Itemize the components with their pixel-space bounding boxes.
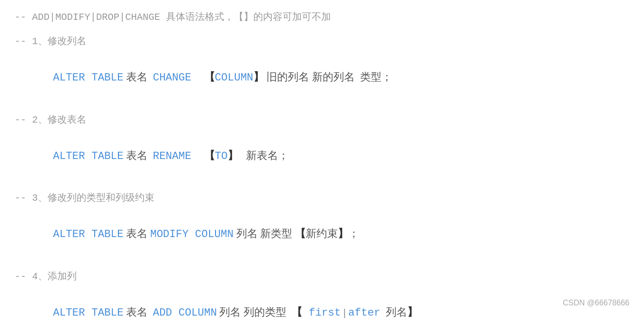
text-colname-after: 列名	[380, 306, 407, 318]
section-1-comment: -- 1、修改列名	[15, 34, 629, 49]
section-2-code: ALTER TABLE 表名 RENAME 【TO】 新表名；	[15, 130, 629, 182]
keyword-after: after	[348, 307, 380, 319]
header-comment: -- ADD|MODIFY|DROP|CHANGE 具体语法格式，【】的内容可加…	[15, 10, 629, 25]
section-3-code: ALTER TABLE 表名 MODIFY COLUMN 列名 新类型 【新约束…	[15, 208, 629, 260]
bracket-column-1: 【	[204, 72, 215, 84]
bracket-to-open: 【	[204, 150, 215, 162]
header-section: -- ADD|MODIFY|DROP|CHANGE 具体语法格式，【】的内容可加…	[15, 10, 629, 25]
keyword-alter-3: ALTER TABLE	[53, 228, 123, 240]
section-4-comment: -- 4、添加列	[15, 269, 629, 285]
text-newname: 新表名；	[238, 149, 289, 161]
keyword-rename: RENAME	[153, 150, 191, 162]
section-2: -- 2、修改表名 ALTER TABLE 表名 RENAME 【TO】 新表名…	[15, 112, 629, 182]
keyword-alter-1: ALTER TABLE	[53, 72, 123, 84]
bracket-pos-close: 】	[407, 307, 418, 319]
text-tablename-2: 表名	[123, 149, 153, 161]
code-content: -- ADD|MODIFY|DROP|CHANGE 具体语法格式，【】的内容可加…	[15, 10, 629, 319]
keyword-alter-2: ALTER TABLE	[53, 150, 123, 162]
text-pipe: |	[341, 306, 348, 318]
bracket-column-1-close: 】	[253, 72, 264, 84]
bracket-to-close: 】	[228, 150, 238, 162]
section-4: -- 4、添加列 ALTER TABLE 表名 ADD COLUMN 列名 列的…	[15, 269, 629, 319]
text-semicolon-3: ；	[348, 227, 359, 239]
text-oldname: 旧的列名 新的列名 类型；	[264, 71, 392, 83]
text-coldef: 列名 列的类型	[217, 306, 292, 318]
section-3-comment: -- 3、修改列的类型和列级约束	[15, 191, 629, 206]
text-tablename-3: 表名	[123, 227, 150, 239]
text-newconstraint: 新约束	[306, 227, 338, 239]
text-tablename-4: 表名	[123, 306, 153, 318]
section-3: -- 3、修改列的类型和列级约束 ALTER TABLE 表名 MODIFY C…	[15, 191, 629, 260]
keyword-to: TO	[215, 150, 228, 162]
keyword-column-1: COLUMN	[215, 72, 253, 84]
keyword-modify: MODIFY COLUMN	[150, 228, 233, 240]
keyword-add: ADD COLUMN	[153, 307, 217, 319]
text-tablename-1: 表名	[123, 71, 153, 83]
section-1: -- 1、修改列名 ALTER TABLE 表名 CHANGE 【COLUMN】…	[15, 34, 629, 104]
keyword-change: CHANGE	[153, 72, 191, 84]
section-2-comment: -- 2、修改表名	[15, 112, 629, 128]
keyword-alter-4: ALTER TABLE	[53, 307, 123, 319]
section-1-code: ALTER TABLE 表名 CHANGE 【COLUMN】 旧的列名 新的列名…	[15, 51, 629, 104]
text-coltype: 列名 新类型	[233, 227, 295, 239]
bracket-newconstraint-open: 【	[295, 228, 306, 240]
bracket-newconstraint-close: 】	[338, 228, 348, 240]
bracket-pos-open: 【	[292, 307, 309, 319]
section-4-code: ALTER TABLE 表名 ADD COLUMN 列名 列的类型 【 firs…	[15, 287, 629, 319]
keyword-first: first	[309, 307, 341, 319]
watermark: CSDN @66678666	[563, 297, 629, 309]
